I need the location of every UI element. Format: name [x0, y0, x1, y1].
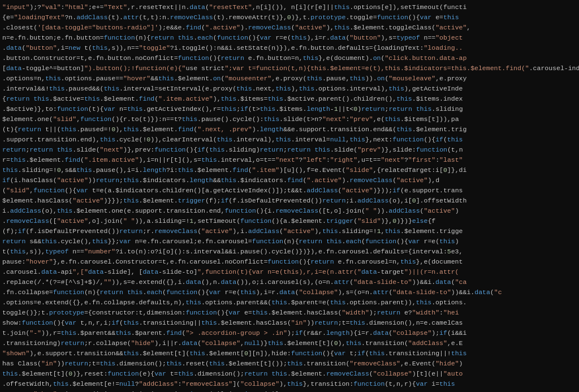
code-line: .offsetWidth,this.$element[e!=null?"addC…: [0, 379, 579, 389]
code-line: n.type=="show"&&i.reset(),i.transitionin…: [0, 389, 579, 392]
code-line: return;return this.slide("next")},prev:f…: [0, 145, 579, 155]
code-line: .transitioning)return;r.collapse("hide")…: [0, 338, 579, 348]
code-line: show:function(){var t,n,r,i;if(this.tran…: [0, 318, 579, 328]
code-editor: "input");?"val":"html";e+="Text",r.reset…: [0, 0, 579, 392]
code-line: t.join("-")),r=this.$parent&&this.$paren…: [0, 328, 579, 338]
code-line: if(i.hasClass("active"))return;this.$ind…: [0, 175, 579, 186]
code-line: "shown"),e.support.transition&&this.$ele…: [0, 348, 579, 359]
code-line: .interval&&!this.paused&&(this.interval=…: [0, 84, 579, 94]
code-line: n=e.fn.button;e.fn.button=function(n){re…: [0, 33, 579, 43]
code-line: this.sliding=!0,s&&this.pause(),i=i.leng…: [0, 165, 579, 175]
code-line: .closest('[data-toggle="buttons-radio"]'…: [0, 23, 579, 33]
code-line: .options=n,this.options.pause=="hover"&&…: [0, 74, 579, 84]
code-line: .carousel.data-api",["data-slide], [data…: [0, 267, 579, 277]
code-line: $element.one("slid",function(){r.to(t)})…: [0, 114, 579, 124]
code-line: this.$element[t](0)},reset:function(e){v…: [0, 369, 579, 379]
code-line: {return this.$active=this.$element.find(…: [0, 94, 579, 104]
code-line: .data("button",i=new t(this,s)),n=="togg…: [0, 43, 579, 53]
code-line: (f);if(f.isDefaultPrevented())return;r.r…: [0, 226, 579, 236]
code-line: .replace(/.*(?=#[^\s]+$)/,"")),s=e.exten…: [0, 277, 579, 287]
code-line: t(this,s)),typeof n=="number"?i.to(n):o?…: [0, 247, 579, 257]
code-line: r=this.$element.find(".item.active"),i=n…: [0, 155, 579, 165]
code-line: .removeClass(["active",o].join(" ")),a.s…: [0, 216, 579, 226]
code-line: "input");?"val":"html";e+="Text",r.reset…: [0, 2, 579, 12]
code-line: i.addClass(o),this.$element.one(e.suppor…: [0, 206, 579, 216]
code-line: {e="loadingText"?n.addClass(t).attr(t,t)…: [0, 12, 579, 23]
code-line: pause:"hover"},e.fn.carousel.Constructor…: [0, 257, 579, 267]
code-line: .fn.collapse=function(n){return this.eac…: [0, 287, 579, 298]
code-line: .$active)},to:function(t){var n=this.get…: [0, 104, 579, 114]
code-line: has Class("in"))return;t=this.dimension(…: [0, 359, 579, 369]
code-line: toggle()};t.prototype={constructor:t,dim…: [0, 308, 579, 318]
code-line: (t){return t||(this.paused=!0),this.$ele…: [0, 124, 579, 135]
code-line: return s&&this.cycle(),this}};var n=e.fn…: [0, 236, 579, 247]
code-line: .button.Constructor=t,e.fn.button.noConf…: [0, 53, 579, 63]
code-line: .options=e.extend({},e.fn.collapse.defau…: [0, 298, 579, 308]
code-line: .support.transition.end),this.cycle(!0))…: [0, 135, 579, 145]
code-line: [data-toggle^=button]").button();!functi…: [0, 63, 579, 74]
code-line: $element.hasClass("active")}});this.$ele…: [0, 196, 579, 206]
code-line: ("slid",function(){var t=e(a.$indicators…: [0, 186, 579, 196]
